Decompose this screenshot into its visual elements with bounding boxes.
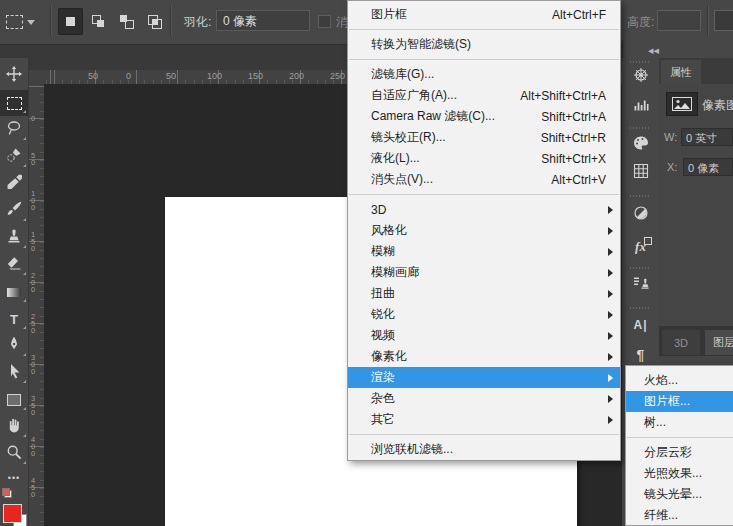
tool-rectangle-tool[interactable] — [0, 387, 28, 413]
clone-stamp-icon — [6, 228, 22, 248]
filter-menu-item[interactable]: 杂色 — [348, 388, 620, 409]
tool-zoom-tool[interactable] — [0, 441, 28, 467]
render-submenu-item[interactable]: 镜头光晕... — [626, 484, 733, 505]
collapse-panels-button[interactable]: ◂◂ — [648, 44, 659, 57]
panel-drag-handle[interactable] — [630, 127, 650, 129]
render-submenu-item-label: 图片框... — [644, 393, 690, 410]
hruler-label: 50 — [166, 71, 176, 81]
mode-intersect-selection[interactable] — [142, 8, 167, 35]
tool-lasso-tool[interactable] — [0, 117, 28, 143]
filter-menu-item[interactable]: 浏览联机滤镜... — [348, 439, 620, 460]
panel-icon-adjustments-halfcircle[interactable] — [622, 201, 659, 229]
field-label-W: W: — [664, 131, 677, 143]
partial-input[interactable] — [714, 10, 733, 31]
filter-menu-item-label: Camera Raw 滤镜(C)... — [371, 108, 495, 125]
submenu-arrow-icon — [608, 332, 613, 340]
panel-icon-color-palette[interactable] — [622, 131, 659, 159]
tool-gradient-tool[interactable] — [0, 279, 28, 305]
tab-3d[interactable]: 3D — [662, 330, 700, 355]
filter-menu-item[interactable]: 视频 — [348, 325, 620, 346]
panel-icon-character-panel[interactable]: A| — [622, 311, 659, 339]
render-submenu: 火焰...图片框...树...分层云彩光照效果...镜头光晕...纤维... — [625, 365, 733, 526]
tool-pen-tool[interactable] — [0, 333, 28, 359]
filter-menu-item[interactable]: 消失点(V)...Alt+Ctrl+V — [348, 169, 620, 190]
render-submenu-item-label: 火焰... — [644, 372, 678, 389]
tool-hand-tool[interactable] — [0, 414, 28, 440]
quick-selection-icon — [6, 147, 22, 167]
render-submenu-item[interactable]: 纤维... — [626, 505, 733, 526]
filter-menu-item[interactable]: 滤镜库(G)... — [348, 64, 620, 85]
panel-icon-clone-source[interactable] — [622, 271, 659, 299]
tool-clone-stamp-tool[interactable] — [0, 225, 28, 251]
filter-menu-item[interactable]: Camera Raw 滤镜(C)...Shift+Ctrl+A — [348, 106, 620, 127]
panel-icon-histogram[interactable] — [622, 93, 659, 121]
foreground-color-swatch[interactable] — [3, 504, 22, 523]
filter-menu-item-label: 扭曲 — [371, 285, 395, 302]
panel-drag-handle[interactable] — [630, 307, 650, 309]
filter-menu-item[interactable]: 图片框Alt+Ctrl+F — [348, 4, 620, 25]
tool-path-selection-tool[interactable] — [0, 360, 28, 386]
submenu-arrow-icon — [608, 290, 613, 298]
filter-menu-item[interactable]: 锐化 — [348, 304, 620, 325]
hand-icon — [6, 417, 22, 437]
panel-drag-handle[interactable] — [630, 195, 650, 197]
height-input[interactable] — [657, 10, 701, 31]
tool-quick-selection-tool[interactable] — [0, 144, 28, 170]
panel-icon-swatches-grid[interactable] — [622, 159, 659, 187]
mode-subtract-from-selection[interactable] — [114, 8, 139, 35]
panel-icon-layer-styles-fx[interactable]: fx — [622, 233, 659, 261]
antialias-checkbox[interactable] — [318, 15, 331, 28]
render-submenu-item-label: 纤维... — [644, 507, 678, 524]
field-input-W[interactable]: 0 英寸 — [681, 128, 733, 146]
height-label: 高度: — [627, 14, 654, 31]
filter-menu-item[interactable]: 渲染 — [348, 367, 620, 388]
tool-move-tool[interactable] — [0, 63, 28, 89]
filter-menu-item[interactable]: 风格化 — [348, 220, 620, 241]
hruler-label: 0 — [126, 71, 131, 81]
filter-menu-separator — [349, 59, 619, 60]
filter-menu-item[interactable]: 扭曲 — [348, 283, 620, 304]
filter-menu-item[interactable]: 转换为智能滤镜(S) — [348, 34, 620, 55]
render-submenu-item[interactable]: 图片框... — [626, 391, 733, 412]
tool-eyedropper-tool[interactable] — [0, 171, 28, 197]
submenu-arrow-icon — [608, 227, 613, 235]
render-submenu-item-label: 树... — [644, 414, 666, 431]
mode-new-selection[interactable] — [58, 8, 83, 35]
panel-drag-handle[interactable] — [630, 267, 650, 269]
filter-menu-item[interactable]: 3D — [348, 199, 620, 220]
tool-type-tool[interactable]: T — [0, 306, 28, 332]
hruler-label: 100 — [207, 71, 222, 81]
default-colors-icon[interactable] — [2, 488, 12, 498]
mode-add-to-selection[interactable] — [86, 8, 111, 35]
new-selection-icon — [66, 17, 75, 26]
divider — [50, 6, 52, 36]
feather-label: 羽化: — [184, 14, 211, 31]
tab-properties[interactable]: 属性 — [661, 60, 701, 84]
filter-menu-item[interactable]: 模糊 — [348, 241, 620, 262]
filter-menu-item[interactable]: 自适应广角(A)...Alt+Shift+Ctrl+A — [348, 85, 620, 106]
filter-menu-item[interactable]: 其它 — [348, 409, 620, 430]
tool-preset-button[interactable] — [6, 8, 40, 36]
vertical-ruler: 05 01 0 01 5 02 0 02 5 03 0 03 5 04 0 04… — [28, 84, 45, 526]
tool-eraser-tool[interactable] — [0, 252, 28, 278]
tab-layers[interactable]: 图层 — [705, 330, 733, 355]
tool-brush-tool[interactable] — [0, 198, 28, 224]
render-submenu-item[interactable]: 分层云彩 — [626, 442, 733, 463]
feather-input[interactable]: 0 像素 — [216, 10, 310, 31]
vruler-label: 2 5 0 — [31, 313, 35, 334]
filter-menu-item-label: 滤镜库(G)... — [371, 66, 434, 83]
filter-menu-item[interactable]: 镜头校正(R)...Shift+Ctrl+R — [348, 127, 620, 148]
tool-rectangular-marquee-tool[interactable] — [0, 90, 28, 116]
render-submenu-item[interactable]: 光照效果... — [626, 463, 733, 484]
filter-menu-item[interactable]: 像素化 — [348, 346, 620, 367]
vruler-label: 3 5 0 — [31, 395, 35, 416]
pen-icon — [6, 336, 22, 356]
filter-menu-item-label: 模糊画廊 — [371, 264, 419, 281]
filter-menu-item[interactable]: 模糊画廊 — [348, 262, 620, 283]
field-input-X[interactable]: 0 像素 — [683, 158, 733, 176]
filter-menu-item[interactable]: 液化(L)...Shift+Ctrl+X — [348, 148, 620, 169]
panel-icon-navigator-wheel[interactable] — [622, 63, 659, 91]
layer-thumbnail-button[interactable] — [666, 92, 698, 116]
render-submenu-item[interactable]: 火焰... — [626, 370, 733, 391]
render-submenu-item[interactable]: 树... — [626, 412, 733, 433]
